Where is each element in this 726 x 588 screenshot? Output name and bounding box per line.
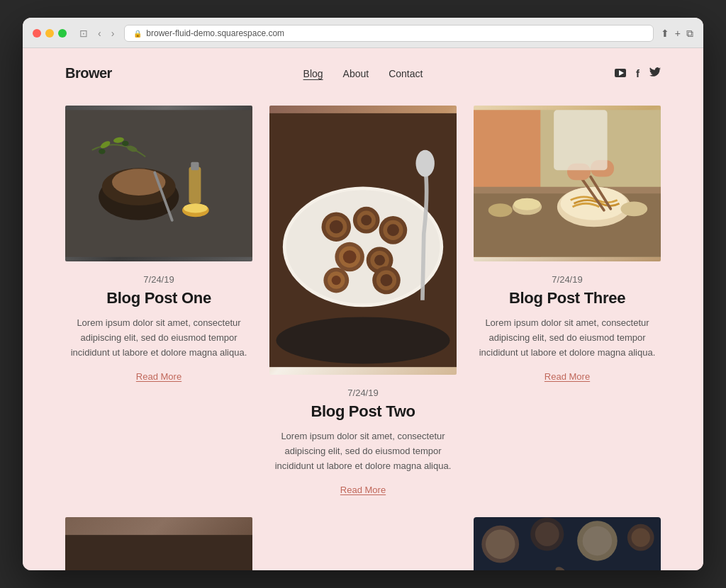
squarespace-banner[interactable]: Create A Site Like This Free trial. Inst… bbox=[474, 517, 661, 570]
svg-rect-57 bbox=[65, 536, 252, 570]
svg-point-33 bbox=[374, 255, 385, 266]
site-logo[interactable]: Brower bbox=[65, 65, 112, 81]
post-three-meta: 7/24/19 Blog Post Three Lorem ipsum dolo… bbox=[474, 274, 661, 383]
post-three-read-more[interactable]: Read More bbox=[544, 371, 590, 382]
youtube-icon[interactable] bbox=[615, 68, 626, 79]
blog-posts-section: 7/24/19 Blog Post One Lorem ipsum dolor … bbox=[23, 98, 703, 570]
address-bar[interactable]: 🔒 brower-fluid-demo.squarespace.com bbox=[124, 25, 653, 42]
twitter-icon[interactable] bbox=[649, 67, 661, 79]
svg-point-74 bbox=[486, 530, 515, 559]
nav-blog[interactable]: Blog bbox=[303, 68, 323, 79]
svg-point-56 bbox=[620, 201, 647, 216]
svg-point-55 bbox=[488, 203, 513, 217]
svg-point-39 bbox=[381, 274, 393, 286]
svg-rect-52 bbox=[554, 110, 607, 170]
post-one-meta: 7/24/19 Blog Post One Lorem ipsum dolor … bbox=[65, 274, 252, 383]
nav-contact[interactable]: Contact bbox=[389, 68, 423, 79]
browser-actions: ⬆ + ⧉ bbox=[661, 28, 693, 40]
post-one-date: 7/24/19 bbox=[65, 274, 252, 285]
svg-point-36 bbox=[332, 276, 341, 285]
post-two-date: 7/24/19 bbox=[269, 388, 457, 398]
post-one-read-more[interactable]: Read More bbox=[136, 371, 182, 382]
nav-links: Blog About Contact bbox=[303, 68, 423, 79]
maximize-button[interactable] bbox=[58, 29, 67, 38]
close-button[interactable] bbox=[33, 29, 41, 38]
back-icon[interactable]: ‹ bbox=[95, 26, 104, 40]
post-three-excerpt: Lorem ipsum dolor sit amet, consectetur … bbox=[474, 316, 661, 360]
nav-about[interactable]: About bbox=[343, 68, 369, 79]
svg-point-10 bbox=[184, 203, 208, 213]
post-three-image bbox=[474, 106, 661, 261]
svg-rect-7 bbox=[189, 166, 201, 203]
svg-point-24 bbox=[361, 215, 372, 225]
post-two-read-more[interactable]: Read More bbox=[340, 485, 386, 495]
minimize-button[interactable] bbox=[45, 29, 54, 38]
share-icon[interactable]: ⬆ bbox=[661, 28, 669, 39]
svg-point-40 bbox=[415, 150, 434, 177]
svg-point-21 bbox=[330, 220, 343, 234]
browser-controls: ⊡ ‹ › bbox=[77, 26, 117, 40]
svg-point-30 bbox=[343, 250, 357, 264]
navigation: Brower Blog About Contact f bbox=[23, 48, 703, 98]
post-one-title: Blog Post One bbox=[65, 289, 252, 307]
forward-icon[interactable]: › bbox=[108, 26, 118, 40]
svg-point-76 bbox=[535, 522, 559, 546]
post-three-title: Blog Post Three bbox=[474, 289, 661, 307]
svg-point-14 bbox=[99, 149, 105, 154]
svg-point-80 bbox=[632, 528, 650, 547]
url-text: brower-fluid-demo.squarespace.com bbox=[146, 28, 284, 38]
post-two-excerpt: Lorem ipsum dolor sit amet, consectetur … bbox=[269, 429, 457, 473]
tabs-icon[interactable]: ⧉ bbox=[686, 28, 693, 40]
post-one-excerpt: Lorem ipsum dolor sit amet, consectetur … bbox=[65, 316, 252, 360]
post-four-image bbox=[65, 517, 252, 570]
blog-card-three: 7/24/19 Blog Post Three Lorem ipsum dolo… bbox=[474, 106, 661, 383]
blog-card-one: 7/24/19 Blog Post One Lorem ipsum dolor … bbox=[65, 106, 252, 383]
svg-point-27 bbox=[387, 224, 399, 236]
browser-chrome: ⊡ ‹ › 🔒 brower-fluid-demo.squarespace.co… bbox=[23, 18, 703, 48]
sidebar-toggle-icon[interactable]: ⊡ bbox=[77, 26, 91, 40]
post-two-image bbox=[269, 106, 457, 375]
traffic-lights bbox=[33, 29, 67, 38]
posts-row-1: 7/24/19 Blog Post One Lorem ipsum dolor … bbox=[65, 106, 661, 496]
posts-row-2: Create A Site Like This Free trial. Inst… bbox=[65, 517, 661, 570]
nav-social: f bbox=[615, 67, 661, 79]
lock-icon: 🔒 bbox=[133, 30, 142, 38]
svg-point-41 bbox=[276, 317, 449, 363]
post-three-date: 7/24/19 bbox=[474, 274, 661, 285]
post-two-meta: 7/24/19 Blog Post Two Lorem ipsum dolor … bbox=[269, 388, 457, 496]
svg-point-18 bbox=[286, 190, 440, 303]
browser-window: ⊡ ‹ › 🔒 brower-fluid-demo.squarespace.co… bbox=[23, 18, 703, 570]
svg-rect-8 bbox=[191, 162, 199, 170]
svg-point-78 bbox=[583, 526, 612, 555]
svg-rect-45 bbox=[474, 187, 661, 193]
post-two-title: Blog Post Two bbox=[269, 402, 457, 421]
blog-card-two: 7/24/19 Blog Post Two Lorem ipsum dolor … bbox=[269, 106, 457, 496]
blog-card-four bbox=[65, 517, 252, 570]
svg-point-15 bbox=[122, 141, 128, 147]
new-tab-icon[interactable]: + bbox=[675, 28, 681, 39]
website-content: Brower Blog About Contact f bbox=[23, 48, 703, 570]
svg-point-54 bbox=[514, 198, 541, 210]
facebook-icon[interactable]: f bbox=[636, 67, 640, 79]
post-one-image bbox=[65, 106, 252, 261]
